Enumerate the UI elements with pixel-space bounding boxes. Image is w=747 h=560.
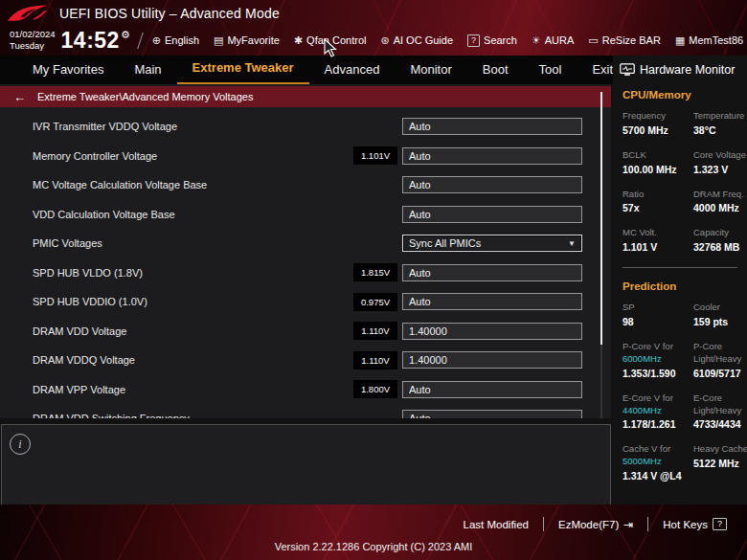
monitor-stat: E-Core Light/Heavy 4733/4434	[693, 392, 747, 431]
setting-input-value: Auto	[409, 296, 576, 307]
toolbar-item-label: MyFavorite	[227, 34, 279, 46]
monitor-stat-label: Temperature	[693, 110, 747, 123]
toolbar-item-label: AURA	[545, 34, 575, 46]
setting-input[interactable]: Auto ▼	[402, 264, 582, 281]
monitor-stat: DRAM Freq. 4000 MHz	[693, 189, 747, 214]
monitor-stat-sublabel: Light/Heavy	[693, 405, 747, 417]
setting-input[interactable]: 1.40000 ▼	[402, 351, 582, 369]
setting-row: DRAM VDD Voltage 1.110V 1.40000 ▼	[0, 317, 611, 347]
monitor-stat: Cache V for 5000MHz 1.314 V @L4	[622, 443, 691, 482]
toolbar-item-label: English	[165, 34, 199, 46]
setting-input-value: 1.40000	[409, 354, 576, 366]
ai-oc-guide-icon: ⊛	[380, 34, 389, 47]
toolbar-item[interactable]: ▤ MyFavorite	[214, 34, 280, 47]
setting-row: DRAM VDD Switching Frequency Auto ▼	[0, 404, 611, 418]
header: UEFI BIOS Utility – Advanced Mode 01/02/…	[0, 0, 747, 56]
title-row: UEFI BIOS Utility – Advanced Mode	[6, 1, 280, 26]
hardware-monitor-sections: CPU/Memory Frequency 5700 MHz Temperatur…	[613, 77, 747, 482]
monitor-stat-label: E-Core V for	[622, 392, 691, 405]
setting-row: MC Voltage Calculation Voltage Base Auto…	[0, 170, 611, 200]
setting-input-value: Auto	[409, 209, 576, 220]
tab-main[interactable]: Main	[119, 57, 176, 84]
divider	[137, 33, 144, 49]
monitor-stat: Cooler 159 pts	[693, 302, 747, 327]
setting-select[interactable]: Sync All PMICs ▼	[402, 235, 582, 252]
tab-tool[interactable]: Tool	[524, 57, 577, 84]
toolbar-item-label: ReSize BAR	[602, 34, 661, 46]
ezmode-label: EzMode(F7)	[558, 519, 619, 530]
hardware-monitor-sidebar: Hardware Monitor CPU/Memory Frequency 57…	[613, 56, 747, 504]
gear-icon[interactable]: ⚙	[121, 30, 130, 40]
setting-label: IVR Transmitter VDDQ Voltage	[33, 121, 353, 132]
monitor-stat: Temperature 38°C	[693, 110, 747, 136]
toolbar-item-label: AI OC Guide	[394, 34, 453, 46]
aura-icon: ☀	[532, 34, 541, 47]
setting-input[interactable]: Auto ▼	[402, 381, 582, 398]
monitor-stat: P-Core V for 6000MHz 1.353/1.590	[622, 341, 691, 379]
time-block[interactable]: 14:52 ⚙	[61, 30, 130, 52]
setting-input[interactable]: Auto ▼	[402, 206, 582, 223]
setting-label: SPD HUB VLDO (1.8V)	[33, 267, 353, 279]
tab-my-favorites[interactable]: My Favorites	[17, 57, 119, 84]
toolbar-item-label: MemTest86	[689, 34, 743, 46]
setting-input[interactable]: Auto ▼	[402, 293, 582, 310]
setting-input[interactable]: Auto ▼	[402, 410, 582, 418]
setting-row: DRAM VDDQ Voltage 1.110V 1.40000 ▼	[0, 346, 611, 375]
bios-screen: UEFI BIOS Utility – Advanced Mode 01/02/…	[0, 0, 747, 560]
toolbar-item[interactable]: ? Search	[467, 34, 517, 47]
monitor-stat-label: SP	[622, 302, 691, 314]
monitor-stat-label: Capacity	[693, 227, 747, 239]
monitor-stat: E-Core V for 4400MHz 1.178/1.261	[622, 392, 691, 431]
toolbar-item[interactable]: ⊕ English	[152, 34, 199, 47]
toolbar-item[interactable]: ☀ AURA	[532, 34, 574, 47]
setting-input[interactable]: Auto ▼	[402, 118, 582, 135]
time-text: 14:52	[61, 30, 120, 52]
monitor-stat-label: E-Core	[693, 392, 747, 405]
monitor-stat-value: 1.323 V	[693, 164, 747, 175]
monitor-stat-label: Frequency	[622, 110, 691, 123]
footer: Last Modified EzMode(F7) ⇥ Hot Keys ? Ve…	[0, 504, 747, 560]
setting-label: PMIC Voltages	[33, 237, 353, 249]
tab-monitor[interactable]: Monitor	[395, 57, 466, 84]
setting-input[interactable]: 1.40000 ▼	[402, 323, 582, 340]
monitor-stat: P-Core Light/Heavy 6109/5717	[693, 341, 747, 379]
ezmode-button[interactable]: EzMode(F7) ⇥	[544, 519, 647, 530]
scrollbar-thumb[interactable]	[600, 92, 602, 345]
monitor-stat-value: 4000 MHz	[693, 202, 747, 213]
monitor-stat-label: Core Voltage	[693, 149, 747, 162]
monitor-section-title: CPU/Memory	[613, 77, 747, 101]
monitor-stat-value: 159 pts	[693, 316, 747, 327]
setting-input[interactable]: Auto ▼	[402, 147, 582, 165]
tab-advanced[interactable]: Advanced	[309, 57, 396, 84]
monitor-stat-value: 4733/4434	[693, 418, 747, 430]
tab-boot[interactable]: Boot	[467, 57, 524, 84]
monitor-stat-value: 5700 MHz	[622, 124, 691, 136]
myfavorite-icon: ▤	[214, 34, 223, 47]
setting-row: PMIC Voltages Sync All PMICs ▼	[0, 229, 611, 258]
toolbar-item-label: Search	[484, 34, 517, 46]
monitor-section-title: Prediction	[613, 268, 747, 292]
setting-input[interactable]: Auto ▼	[402, 176, 582, 193]
monitor-stat-label: DRAM Freq.	[693, 189, 747, 201]
hardware-monitor-header: Hardware Monitor	[613, 56, 747, 77]
monitor-stat-value: 1.101 V	[622, 241, 691, 253]
setting-row: SPD HUB VLDO (1.8V) 1.815V Auto ▼	[0, 258, 611, 288]
back-arrow-icon[interactable]: ←	[13, 91, 26, 103]
setting-current-value-badge: 1.800V	[353, 380, 397, 398]
last-modified-button[interactable]: Last Modified	[449, 519, 543, 530]
toolbar-item[interactable]: ⊛ AI OC Guide	[380, 34, 453, 47]
monitor-stat-sublabel: 6000MHz	[622, 353, 691, 366]
breadcrumb: ← Extreme Tweaker\Advanced Memory Voltag…	[0, 86, 611, 107]
tab-extreme-tweaker[interactable]: Extreme Tweaker	[177, 56, 309, 84]
setting-current-value-badge: 1.110V	[353, 322, 397, 340]
setting-row: IVR Transmitter VDDQ Voltage Auto ▼	[0, 112, 611, 142]
resize-bar-icon: ▭	[588, 34, 598, 47]
setting-current-value-badge: 1.110V	[353, 351, 397, 370]
toolbar-item[interactable]: ▭ ReSize BAR	[588, 34, 661, 47]
monitor-pairs-grid: Frequency 5700 MHz Temperature 38°C BCLK…	[613, 101, 747, 253]
monitor-stat-label: MC Volt.	[622, 227, 691, 239]
toolbar-item[interactable]: ▦ MemTest86	[675, 34, 743, 47]
date-block[interactable]: 01/02/2024 Tuesday	[10, 29, 56, 53]
hot-keys-button[interactable]: Hot Keys ?	[648, 518, 741, 530]
monitor-stat: Capacity 32768 MB	[693, 227, 747, 253]
